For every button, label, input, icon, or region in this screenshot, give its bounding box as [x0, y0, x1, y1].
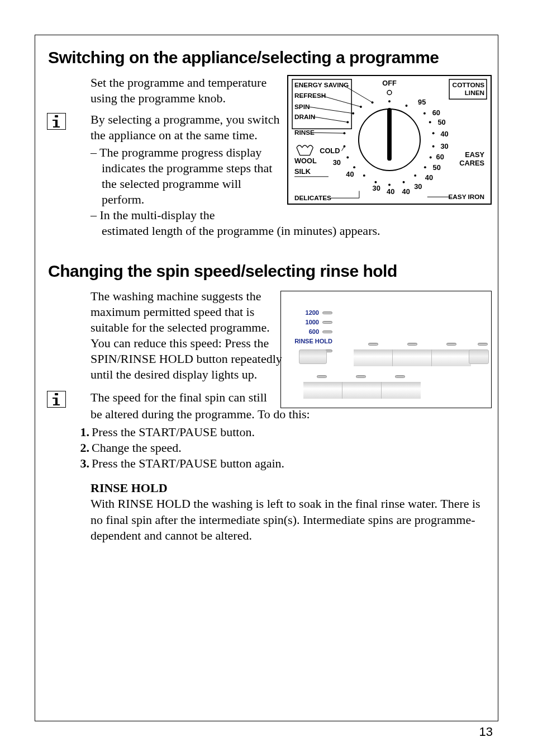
section1-bullet1-text: The programme progress display indicates…	[99, 145, 272, 206]
section1-info-lead: By selecting a programme, you switch the…	[91, 112, 283, 143]
svg-text:REFRESH: REFRESH	[294, 92, 326, 99]
svg-line-30	[322, 96, 361, 107]
svg-text:SPIN: SPIN	[294, 103, 310, 110]
section2-title: Changing the spin speed/selecting rinse …	[48, 262, 485, 281]
rinse-hold-text: With RINSE HOLD the washing is left to s…	[91, 496, 482, 543]
section1-bullet2-line2: estimated length of the programme (in mi…	[91, 223, 482, 239]
section1-body: OFF ENERGY SAVING REFRESH SPIN DRAIN RIN…	[91, 75, 485, 239]
panel-seg	[354, 349, 393, 366]
section1-bullet2-l1-text: In the multi-display the	[100, 208, 215, 222]
step2-text: Change the speed.	[92, 441, 182, 455]
panel-seg	[432, 349, 471, 366]
knob-off-label: OFF	[382, 79, 397, 87]
step-1: 1.Press the START/PAUSE button.	[77, 424, 485, 440]
panel-button-end	[469, 349, 489, 364]
page-content: Switching on the appliance/selecting a p…	[48, 48, 485, 545]
svg-point-1	[387, 91, 392, 95]
page-number: 13	[479, 725, 493, 739]
speed-rinse-hold: RINSE HOLD	[294, 338, 332, 344]
section1-intro: Set the programme and temperature using …	[91, 75, 283, 106]
step1-text: Press the START/PAUSE button.	[92, 425, 255, 439]
svg-line-29	[342, 85, 372, 102]
section2-intro: The washing machine suggests the maximum…	[91, 289, 292, 383]
svg-text:95: 95	[418, 98, 426, 106]
svg-text:ENERGY SAVING: ENERGY SAVING	[294, 81, 349, 88]
svg-point-4	[406, 105, 408, 107]
section1-title: Switching on the appliance/selecting a p…	[48, 48, 485, 67]
section1-bullet2-line1: – In the multi-display the	[91, 207, 470, 223]
speed-1200: 1200	[306, 309, 319, 316]
speed-1000: 1000	[306, 319, 319, 325]
section2-info-line1: The speed for the final spin can still	[91, 390, 303, 405]
info-icon	[47, 113, 66, 130]
step3-text: Press the START/PAUSE button again.	[92, 456, 284, 470]
section1-bullet1: – The programme progress display indicat…	[91, 145, 283, 208]
spin-button	[299, 349, 327, 364]
svg-text:LINEN: LINEN	[465, 89, 484, 96]
speed-600: 600	[309, 328, 319, 335]
rinse-hold-heading: RINSE HOLD	[91, 480, 485, 496]
step-3: 3.Press the START/PAUSE button again.	[77, 456, 485, 471]
section2-body: 1200 1000 600 RINSE HOLD	[91, 289, 485, 544]
panel-seg	[393, 349, 432, 366]
svg-point-3	[388, 100, 391, 102]
step-2: 2.Change the speed.	[77, 440, 485, 456]
info-icon	[47, 391, 66, 408]
section2-info-line2: be altered during the programme. To do t…	[91, 407, 482, 422]
spin-speed-labels: 1200 1000 600 RINSE HOLD	[294, 308, 332, 356]
svg-text:COTTONS: COTTONS	[453, 81, 485, 88]
